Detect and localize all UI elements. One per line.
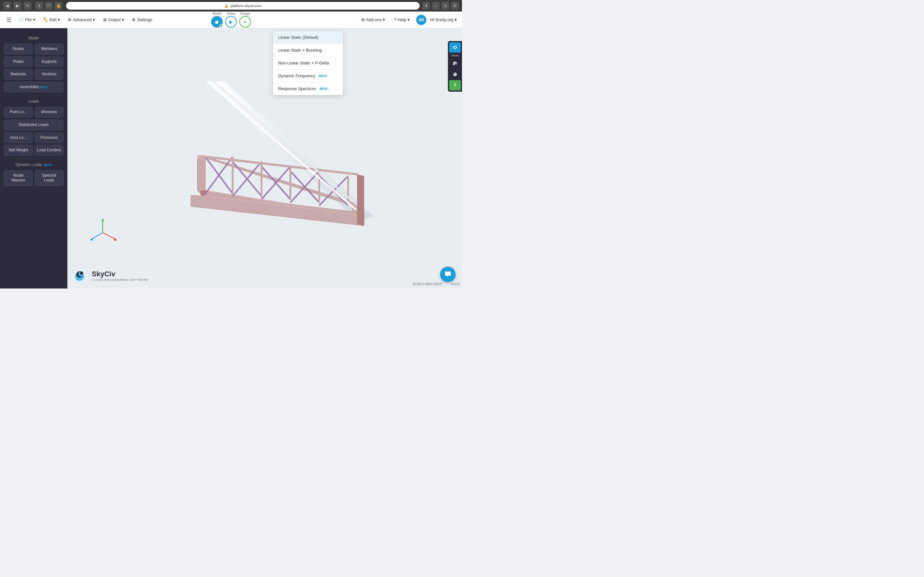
- org-label: SCIOLY-ORG-TEST*: [413, 282, 443, 286]
- nodes-button[interactable]: Nodes: [4, 44, 33, 55]
- settings-button[interactable]: ⚙: [451, 2, 459, 10]
- beta-tag-dynamic: BETA: [318, 74, 328, 78]
- address-bar[interactable]: 🔒 platform.skyciv.com: [66, 2, 420, 10]
- model-buttons-grid: Nodes Members Plates Supports Materials …: [4, 44, 63, 92]
- views-label: Views: [449, 53, 461, 58]
- dropdown-item-label-3: Dynamic Frequency: [278, 73, 315, 78]
- model-tab-label: Model: [212, 12, 221, 15]
- pressures-button[interactable]: Pressures: [35, 132, 63, 143]
- main-layout: Model Nodes Members Plates Supports Mate…: [0, 28, 462, 288]
- output-chevron: ▾: [122, 17, 124, 22]
- edit-label: Edit: [49, 17, 57, 22]
- back-button[interactable]: ◀: [3, 2, 11, 10]
- point-loads-button[interactable]: Point Lo...: [4, 107, 33, 118]
- area-loads-button[interactable]: Area Lo...: [4, 132, 33, 143]
- sidebar: Model Nodes Members Plates Supports Mate…: [0, 28, 67, 288]
- solve-tab-button[interactable]: ▶: [225, 16, 237, 27]
- advanced-icon: ⚙: [68, 17, 71, 22]
- dropdown-item-linear-static[interactable]: Linear Static (Default): [273, 31, 343, 44]
- dropdown-item-label-0: Linear Static (Default): [278, 35, 318, 40]
- app-header: ☰ 📄 File ▾ ✏️ Edit ▾ ⚙ Advanced ▾ 🖥 Outp…: [0, 11, 462, 28]
- eye-button[interactable]: [449, 42, 461, 53]
- file-menu[interactable]: 📄 File ▾: [15, 15, 39, 24]
- model-tab-button[interactable]: ◼: [211, 16, 223, 27]
- browser-actions: ⬇ ☆ ⊡ ⚙: [422, 2, 459, 10]
- nodal-masses-button[interactable]: Nodal Masses: [4, 170, 33, 186]
- addons-chevron: ▾: [383, 17, 385, 22]
- logo-brand: SkyCiv: [92, 270, 148, 278]
- materials-button[interactable]: Materials: [4, 69, 33, 80]
- advanced-label: Advanced: [73, 17, 91, 22]
- advanced-menu[interactable]: ⚙ Advanced ▾: [65, 15, 98, 24]
- help-chevron: ▾: [407, 17, 410, 22]
- loads-section-label: Loads: [4, 99, 63, 103]
- active-dot: [220, 24, 223, 27]
- dropdown-item-label-4: Response Spectrum: [278, 86, 316, 91]
- distributed-loads-button[interactable]: Distributed Loads: [4, 119, 63, 131]
- browser-chrome: ◀ ▶ ↻ ℹ 🛡 🔒 🔒 platform.skyciv.com ⬇ ☆ ⊡ …: [0, 0, 462, 11]
- user-name-button[interactable]: Hi Scioly.org ▾: [430, 17, 457, 22]
- lock-icon: 🔒: [224, 4, 229, 8]
- header-menu: 📄 File ▾ ✏️ Edit ▾ ⚙ Advanced ▾ 🖥 Output…: [15, 15, 359, 24]
- help-toolbar-button[interactable]: ?: [449, 80, 461, 90]
- tab-button[interactable]: ⊡: [441, 2, 449, 10]
- dynamic-loads-section-label: Dynamic Loads BETA: [4, 163, 63, 167]
- svg-line-35: [103, 233, 115, 239]
- camera-button[interactable]: [449, 58, 461, 69]
- shield-button[interactable]: 🛡: [45, 2, 53, 10]
- dropdown-item-linear-static-buckling[interactable]: Linear Static + Buckling: [273, 44, 343, 57]
- addons-menu[interactable]: ⊞ Add-ons ▾: [359, 16, 388, 23]
- supports-button[interactable]: Supports: [35, 56, 63, 67]
- moments-button[interactable]: Moments: [35, 107, 63, 118]
- output-menu[interactable]: 🖥 Output ▾: [99, 15, 128, 24]
- version-badge: v4.6.5: [451, 282, 459, 286]
- help-menu[interactable]: ? Help ▾: [391, 16, 412, 23]
- model-section-label: Model: [4, 36, 63, 40]
- svg-marker-32: [357, 174, 364, 226]
- edit-icon: ✏️: [43, 17, 48, 22]
- header-right: ⊞ Add-ons ▾ ? Help ▾ SB Hi Scioly.org ▾: [359, 15, 457, 25]
- addons-grid-icon: ⊞: [361, 17, 365, 22]
- design-tab-label: Design: [240, 12, 250, 15]
- loads-buttons-grid: Point Lo... Moments Distributed Loads Ar…: [4, 107, 63, 155]
- solve-dropdown-menu: Linear Static (Default) Linear Static + …: [273, 31, 343, 95]
- spectral-loads-button[interactable]: Spectral Loads: [35, 170, 63, 186]
- svg-marker-36: [114, 237, 117, 241]
- members-button[interactable]: Members: [35, 44, 63, 55]
- assemblies-button[interactable]: AssembliesBETA: [4, 82, 63, 93]
- design-tab: Design ✦: [239, 12, 251, 27]
- design-icon: ✦: [243, 19, 247, 24]
- refresh-button[interactable]: ↻: [24, 2, 31, 10]
- lock-button[interactable]: 🔒: [55, 2, 62, 10]
- chat-button[interactable]: [440, 267, 456, 282]
- beta-tag-response: BETA: [318, 87, 329, 91]
- download-icon-button[interactable]: ⬇: [422, 2, 430, 10]
- self-weight-button[interactable]: Self Weight: [4, 145, 33, 156]
- structure-svg: [120, 62, 409, 255]
- info-button[interactable]: ℹ: [35, 2, 43, 10]
- file-label: File: [25, 17, 32, 22]
- advanced-chevron: ▾: [93, 17, 95, 22]
- hamburger-button[interactable]: ☰: [5, 15, 13, 25]
- settings-label: Settings: [137, 17, 152, 22]
- dropdown-item-nonlinear-static[interactable]: Non-Linear Static + P-Delta: [273, 57, 343, 69]
- logo-sub: CLOUD ENGINEERING SOFTWARE: [92, 278, 148, 282]
- dropdown-item-response-spectrum[interactable]: Response Spectrum BETA: [273, 82, 343, 95]
- rotate-button[interactable]: [449, 69, 461, 79]
- dropdown-item-label-1: Linear Static + Buckling: [278, 48, 322, 53]
- plates-button[interactable]: Plates: [4, 56, 33, 67]
- edit-menu[interactable]: ✏️ Edit ▾: [40, 15, 63, 24]
- svg-marker-38: [90, 237, 93, 241]
- avatar-button[interactable]: SB: [416, 15, 426, 25]
- bookmark-button[interactable]: ☆: [432, 2, 439, 10]
- load-combos-button[interactable]: Load Combos: [35, 145, 63, 156]
- forward-button[interactable]: ▶: [13, 2, 21, 10]
- sidebar-divider-1: [4, 95, 63, 96]
- design-tab-button[interactable]: ✦: [239, 16, 251, 27]
- settings-menu[interactable]: ⚙ Settings: [129, 15, 155, 24]
- skyciv-logo: SkyCiv CLOUD ENGINEERING SOFTWARE: [74, 269, 148, 282]
- dropdown-item-dynamic-frequency[interactable]: Dynamic Frequency BETA: [273, 69, 343, 82]
- file-icon: 📄: [19, 17, 24, 22]
- sections-button[interactable]: Sections: [35, 69, 63, 80]
- right-toolbar: Views ?: [448, 41, 462, 92]
